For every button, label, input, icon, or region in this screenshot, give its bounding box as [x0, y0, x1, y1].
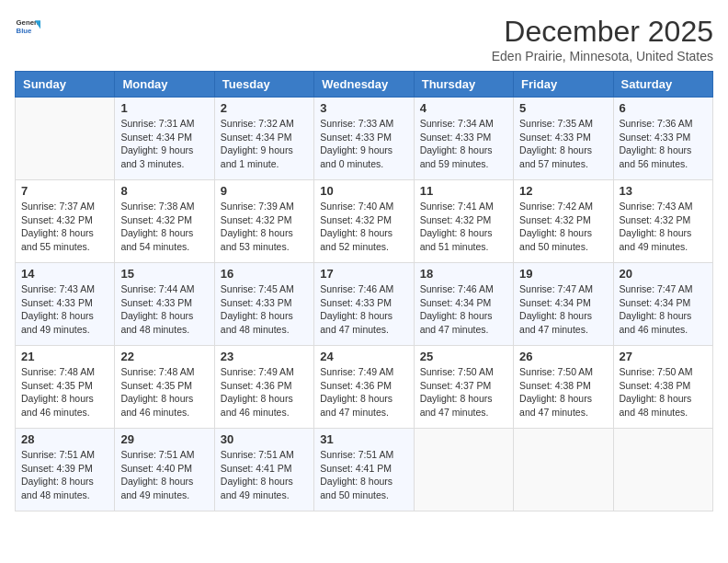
- day-number: 8: [120, 184, 208, 198]
- calendar-cell: 15Sunrise: 7:44 AMSunset: 4:33 PMDayligh…: [115, 263, 214, 346]
- day-info: Sunrise: 7:35 AMSunset: 4:33 PMDaylight:…: [519, 117, 607, 171]
- calendar-cell: 1Sunrise: 7:31 AMSunset: 4:34 PMDaylight…: [115, 98, 214, 180]
- day-number: 3: [320, 101, 407, 115]
- day-number: 27: [620, 350, 707, 363]
- day-info: Sunrise: 7:38 AMSunset: 4:32 PMDaylight:…: [120, 200, 208, 254]
- calendar-header-row: SundayMondayTuesdayWednesdayThursdayFrid…: [16, 72, 713, 98]
- day-number: 15: [120, 267, 208, 281]
- day-number: 18: [420, 267, 507, 281]
- calendar-table: SundayMondayTuesdayWednesdayThursdayFrid…: [15, 71, 713, 511]
- day-number: 1: [120, 101, 208, 115]
- calendar-cell: [16, 98, 115, 180]
- day-header-thursday: Thursday: [414, 72, 513, 98]
- calendar-cell: 11Sunrise: 7:41 AMSunset: 4:32 PMDayligh…: [414, 180, 513, 263]
- calendar-week-row: 14Sunrise: 7:43 AMSunset: 4:33 PMDayligh…: [16, 263, 713, 346]
- day-number: 12: [519, 184, 607, 198]
- calendar-cell: [514, 429, 613, 511]
- day-header-monday: Monday: [115, 72, 214, 98]
- page-header: General Blue December 2025 Eden Prairie,…: [15, 15, 713, 63]
- day-number: 9: [221, 184, 308, 198]
- day-number: 21: [21, 350, 108, 363]
- calendar-week-row: 28Sunrise: 7:51 AMSunset: 4:39 PMDayligh…: [16, 429, 713, 511]
- month-title: December 2025: [492, 15, 713, 49]
- day-header-wednesday: Wednesday: [314, 72, 414, 98]
- day-number: 25: [420, 350, 507, 363]
- day-number: 14: [21, 267, 108, 281]
- day-info: Sunrise: 7:42 AMSunset: 4:32 PMDaylight:…: [519, 200, 607, 254]
- day-number: 10: [320, 184, 407, 198]
- day-info: Sunrise: 7:48 AMSunset: 4:35 PMDaylight:…: [21, 365, 108, 419]
- day-info: Sunrise: 7:46 AMSunset: 4:33 PMDaylight:…: [320, 282, 407, 337]
- day-info: Sunrise: 7:39 AMSunset: 4:32 PMDaylight:…: [221, 200, 308, 254]
- calendar-cell: 22Sunrise: 7:48 AMSunset: 4:35 PMDayligh…: [115, 346, 214, 429]
- calendar-cell: 17Sunrise: 7:46 AMSunset: 4:33 PMDayligh…: [314, 263, 414, 346]
- calendar-cell: 3Sunrise: 7:33 AMSunset: 4:33 PMDaylight…: [314, 98, 414, 180]
- day-header-saturday: Saturday: [613, 72, 712, 98]
- day-info: Sunrise: 7:40 AMSunset: 4:32 PMDaylight:…: [320, 200, 407, 254]
- calendar-cell: 16Sunrise: 7:45 AMSunset: 4:33 PMDayligh…: [214, 263, 313, 346]
- day-info: Sunrise: 7:46 AMSunset: 4:34 PMDaylight:…: [420, 282, 507, 337]
- calendar-cell: 8Sunrise: 7:38 AMSunset: 4:32 PMDaylight…: [115, 180, 214, 263]
- day-number: 20: [620, 267, 707, 281]
- calendar-cell: 9Sunrise: 7:39 AMSunset: 4:32 PMDaylight…: [214, 180, 313, 263]
- calendar-week-row: 7Sunrise: 7:37 AMSunset: 4:32 PMDaylight…: [16, 180, 713, 263]
- day-info: Sunrise: 7:43 AMSunset: 4:32 PMDaylight:…: [620, 200, 707, 254]
- day-number: 13: [620, 184, 707, 198]
- day-info: Sunrise: 7:45 AMSunset: 4:33 PMDaylight:…: [221, 282, 308, 337]
- day-info: Sunrise: 7:51 AMSunset: 4:41 PMDaylight:…: [221, 448, 308, 502]
- calendar-cell: 12Sunrise: 7:42 AMSunset: 4:32 PMDayligh…: [514, 180, 613, 263]
- calendar-cell: 28Sunrise: 7:51 AMSunset: 4:39 PMDayligh…: [16, 429, 115, 511]
- day-number: 30: [221, 432, 308, 446]
- logo-icon: General Blue: [15, 15, 40, 40]
- day-info: Sunrise: 7:51 AMSunset: 4:40 PMDaylight:…: [120, 448, 208, 502]
- calendar-cell: 20Sunrise: 7:47 AMSunset: 4:34 PMDayligh…: [613, 263, 712, 346]
- day-info: Sunrise: 7:33 AMSunset: 4:33 PMDaylight:…: [320, 117, 407, 171]
- day-header-tuesday: Tuesday: [214, 72, 313, 98]
- day-info: Sunrise: 7:51 AMSunset: 4:39 PMDaylight:…: [21, 448, 108, 502]
- calendar-cell: 31Sunrise: 7:51 AMSunset: 4:41 PMDayligh…: [314, 429, 414, 511]
- calendar-cell: 10Sunrise: 7:40 AMSunset: 4:32 PMDayligh…: [314, 180, 414, 263]
- day-number: 19: [519, 267, 607, 281]
- day-number: 4: [420, 101, 507, 115]
- calendar-cell: 30Sunrise: 7:51 AMSunset: 4:41 PMDayligh…: [214, 429, 313, 511]
- day-number: 22: [120, 350, 208, 363]
- day-info: Sunrise: 7:49 AMSunset: 4:36 PMDaylight:…: [320, 365, 407, 419]
- day-info: Sunrise: 7:47 AMSunset: 4:34 PMDaylight:…: [519, 282, 607, 337]
- day-header-sunday: Sunday: [16, 72, 115, 98]
- day-number: 26: [519, 350, 607, 363]
- svg-text:Blue: Blue: [17, 27, 33, 35]
- day-number: 6: [620, 101, 707, 115]
- calendar-cell: [414, 429, 513, 511]
- logo: General Blue: [15, 15, 40, 40]
- day-number: 24: [320, 350, 407, 363]
- location-subtitle: Eden Prairie, Minnesota, United States: [492, 49, 713, 63]
- day-header-friday: Friday: [514, 72, 613, 98]
- calendar-cell: 14Sunrise: 7:43 AMSunset: 4:33 PMDayligh…: [16, 263, 115, 346]
- day-info: Sunrise: 7:31 AMSunset: 4:34 PMDaylight:…: [120, 117, 208, 171]
- calendar-cell: 4Sunrise: 7:34 AMSunset: 4:33 PMDaylight…: [414, 98, 513, 180]
- day-info: Sunrise: 7:43 AMSunset: 4:33 PMDaylight:…: [21, 282, 108, 337]
- calendar-cell: 2Sunrise: 7:32 AMSunset: 4:34 PMDaylight…: [214, 98, 313, 180]
- calendar-cell: 7Sunrise: 7:37 AMSunset: 4:32 PMDaylight…: [16, 180, 115, 263]
- calendar-cell: 27Sunrise: 7:50 AMSunset: 4:38 PMDayligh…: [613, 346, 712, 429]
- day-info: Sunrise: 7:32 AMSunset: 4:34 PMDaylight:…: [221, 117, 308, 171]
- calendar-cell: 6Sunrise: 7:36 AMSunset: 4:33 PMDaylight…: [613, 98, 712, 180]
- day-number: 7: [21, 184, 108, 198]
- day-info: Sunrise: 7:41 AMSunset: 4:32 PMDaylight:…: [420, 200, 507, 254]
- day-info: Sunrise: 7:34 AMSunset: 4:33 PMDaylight:…: [420, 117, 507, 171]
- day-info: Sunrise: 7:50 AMSunset: 4:38 PMDaylight:…: [519, 365, 607, 419]
- day-number: 17: [320, 267, 407, 281]
- day-number: 16: [221, 267, 308, 281]
- calendar-cell: 21Sunrise: 7:48 AMSunset: 4:35 PMDayligh…: [16, 346, 115, 429]
- calendar-cell: 24Sunrise: 7:49 AMSunset: 4:36 PMDayligh…: [314, 346, 414, 429]
- day-number: 31: [320, 432, 407, 446]
- day-number: 29: [120, 432, 208, 446]
- day-info: Sunrise: 7:49 AMSunset: 4:36 PMDaylight:…: [221, 365, 308, 419]
- calendar-cell: 25Sunrise: 7:50 AMSunset: 4:37 PMDayligh…: [414, 346, 513, 429]
- calendar-week-row: 21Sunrise: 7:48 AMSunset: 4:35 PMDayligh…: [16, 346, 713, 429]
- calendar-cell: 13Sunrise: 7:43 AMSunset: 4:32 PMDayligh…: [613, 180, 712, 263]
- calendar-cell: 18Sunrise: 7:46 AMSunset: 4:34 PMDayligh…: [414, 263, 513, 346]
- calendar-cell: 29Sunrise: 7:51 AMSunset: 4:40 PMDayligh…: [115, 429, 214, 511]
- calendar-cell: [613, 429, 712, 511]
- day-info: Sunrise: 7:51 AMSunset: 4:41 PMDaylight:…: [320, 448, 407, 502]
